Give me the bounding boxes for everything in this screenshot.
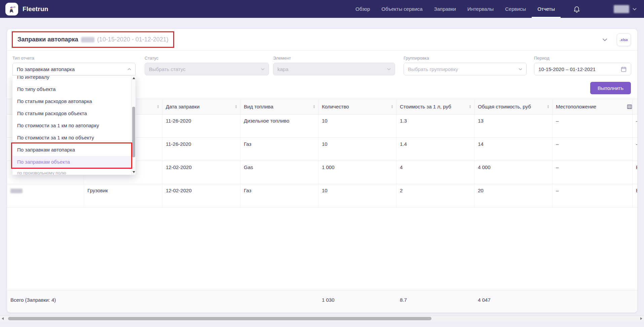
table-cell: Дизельное топливо [240, 115, 318, 137]
table-cell: Грузовик [84, 184, 162, 207]
sort-icon[interactable]: ▲▼ [313, 105, 315, 109]
filter-element-label: Элемент [273, 56, 395, 61]
report-type-option-7[interactable]: По заправкам объекта [12, 156, 136, 168]
scroll-left-arrow-icon[interactable] [2, 317, 4, 320]
report-type-option-6[interactable]: По заправкам автопарка [12, 144, 136, 156]
nav-item-3[interactable]: Интервалы [462, 0, 499, 18]
scroll-right-arrow-icon[interactable] [640, 317, 642, 320]
column-header-3[interactable]: Вид топлива▲▼ [240, 99, 318, 114]
element-select[interactable]: kapa [273, 63, 395, 75]
nav-item-5[interactable]: Отчеты [532, 0, 561, 18]
horizontal-scrollbar[interactable] [0, 315, 644, 321]
dropdown-scrollbar[interactable] [131, 75, 136, 175]
nav-item-4[interactable]: Сервисы [499, 0, 532, 18]
period-input[interactable]: 10-15-2020 – 01-12-2021 [534, 63, 631, 75]
run-report-button[interactable]: Выполнить [590, 82, 631, 94]
table-cell: 14 [475, 138, 553, 161]
main-nav: ОбзорОбъекты сервисаЗаправкиИнтервалыСер… [350, 0, 561, 18]
table-cell: 13 [475, 115, 553, 137]
column-header-label: Количество [322, 104, 389, 109]
navbar: Fleetrun ОбзорОбъекты сервисаЗаправкиИнт… [0, 0, 644, 18]
scrollbar-thumb[interactable] [132, 107, 135, 157]
table-cell: Gas [240, 161, 318, 184]
table-cell: 1 000 [318, 161, 396, 184]
footer-cell: 4 047 [475, 290, 553, 313]
nav-item-1[interactable]: Объекты сервиса [376, 0, 428, 18]
redacted-object-name [10, 189, 23, 193]
table-cell: – [553, 161, 633, 184]
sort-icon[interactable]: ▲▼ [547, 105, 550, 109]
report-type-option-5[interactable]: По стоимости за 1 км по объекту [12, 132, 136, 144]
nav-item-0[interactable]: Обзор [350, 0, 376, 18]
column-header-4[interactable]: Количество▲▼ [318, 99, 396, 114]
table-cell: 10 [318, 115, 396, 137]
filter-report-type-label: Тип отчета [12, 56, 136, 61]
report-type-option-3[interactable]: По статьям расходов объекта [12, 107, 136, 120]
table-cell: 12-02-2020 [162, 184, 240, 207]
footer-cell [553, 290, 633, 313]
brand[interactable]: Fleetrun [5, 3, 48, 15]
collapse-report-chevron-icon[interactable] [602, 38, 607, 41]
report-type-option-8[interactable]: по произвольному полю [12, 168, 136, 175]
column-header-label: Стоимость за 1 л, руб [400, 104, 467, 109]
report-type-option-2[interactable]: По статьям расходов автопарка [12, 95, 136, 107]
report-type-options-list: По интервалуПо типу объектаПо статьям ра… [12, 75, 136, 175]
table-cell [7, 184, 84, 207]
report-type-option-4[interactable]: По стоимости за 1 км по автопарку [12, 120, 136, 132]
scroll-down-arrow-icon[interactable] [132, 171, 135, 173]
sort-icon[interactable]: ▲▼ [235, 105, 237, 109]
table-cell: 12-02-2020 [162, 161, 240, 184]
annotation-box-report-title: Заправки автопарка (10-15-2020 - 01-12-2… [12, 31, 174, 48]
filter-grouping: Группировка Выбрать группировку [404, 56, 527, 75]
table-footer-row: Всего (Заправки: 4)1 0308.74 047 [7, 290, 637, 313]
column-header-label: Местоположение [556, 104, 630, 109]
sort-icon[interactable]: ▲▼ [391, 105, 393, 109]
filter-element: Элемент kapa [273, 56, 395, 75]
filter-grouping-label: Группировка [404, 56, 527, 61]
table-cell: Ва [633, 184, 637, 207]
report-title-period: (10-15-2020 - 01-12-2021) [97, 36, 168, 43]
column-header-5[interactable]: Стоимость за 1 л, руб▲▼ [396, 99, 475, 114]
column-header-6[interactable]: Общая стоимость, руб▲▼ [475, 99, 553, 114]
table-cell: – [553, 138, 633, 161]
filter-period-label: Период [534, 56, 631, 61]
column-header-2[interactable]: Дата заправки▲▼ [162, 99, 240, 114]
nav-item-2[interactable]: Заправки [428, 0, 462, 18]
hscrollbar-thumb[interactable] [8, 317, 431, 320]
chevron-down-icon [387, 68, 391, 70]
chevron-down-icon [261, 68, 265, 70]
column-header-label: Вид топлива [244, 104, 311, 109]
report-title: Заправки автопарка [17, 36, 78, 43]
sort-icon[interactable]: ▲▼ [469, 105, 471, 109]
footer-cell: 1 030 [318, 290, 396, 313]
table-cell: 11-26-2020 [162, 115, 240, 137]
footer-cell [162, 290, 240, 313]
status-select[interactable]: Выбрать статус [145, 63, 269, 75]
chevron-up-icon [127, 68, 131, 70]
app-title: Fleetrun [23, 5, 48, 13]
grouping-select[interactable]: Выбрать группировку [404, 63, 527, 75]
report-type-select[interactable]: По заправкам автопарка [12, 63, 136, 75]
filter-status-label: Статус [145, 56, 269, 61]
table-cell: 10 [318, 184, 396, 207]
filter-report-type: Тип отчета [12, 56, 136, 63]
table-cell: Газ [240, 138, 318, 161]
user-menu[interactable] [614, 5, 637, 13]
table-cell: Ва [633, 161, 637, 184]
report-card: Заправки автопарка (10-15-2020 - 01-12-2… [7, 29, 637, 313]
calendar-icon [620, 66, 627, 72]
sort-icon[interactable]: ▲▼ [157, 105, 159, 109]
report-type-option-0[interactable]: По интервалу [12, 75, 136, 83]
footer-cell [240, 290, 318, 313]
notifications-bell-icon[interactable] [573, 5, 581, 13]
table-cell: 20 [475, 184, 553, 207]
report-type-option-1[interactable]: По типу объекта [12, 83, 136, 95]
export-xlsx-button[interactable]: .xlsx [617, 33, 631, 46]
table-cell: – [553, 184, 633, 207]
column-settings-icon[interactable] [627, 104, 633, 110]
table-row-3: Грузовик12-02-2020Газ10220–Ва [7, 184, 637, 207]
table-cell: Газ [240, 184, 318, 207]
scroll-up-arrow-icon[interactable] [132, 77, 135, 79]
table-cell: 10 [318, 138, 396, 161]
column-header-label: Общая стоимость, руб [478, 104, 545, 109]
